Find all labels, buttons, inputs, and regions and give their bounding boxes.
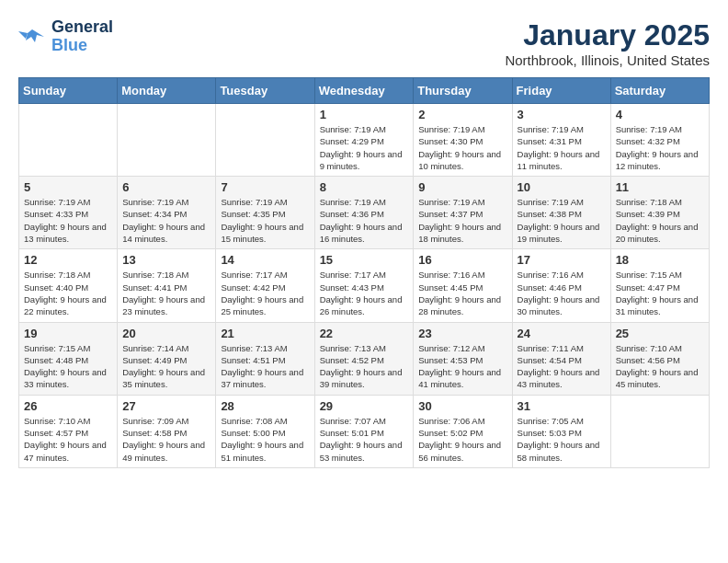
day-number: 27 xyxy=(122,399,210,413)
cell-info: Sunrise: 7:07 AM Sunset: 5:01 PM Dayligh… xyxy=(320,415,409,464)
calendar-cell: 17Sunrise: 7:16 AM Sunset: 4:46 PM Dayli… xyxy=(512,249,610,322)
cell-info: Sunrise: 7:11 AM Sunset: 4:54 PM Dayligh… xyxy=(518,342,606,391)
calendar-week-3: 12Sunrise: 7:18 AM Sunset: 4:40 PM Dayli… xyxy=(19,249,710,322)
cell-info: Sunrise: 7:13 AM Sunset: 4:52 PM Dayligh… xyxy=(320,342,409,391)
day-header-thursday: Thursday xyxy=(414,78,512,104)
day-number: 29 xyxy=(320,399,409,413)
day-number: 19 xyxy=(24,327,112,340)
day-header-saturday: Saturday xyxy=(610,78,709,104)
cell-info: Sunrise: 7:19 AM Sunset: 4:37 PM Dayligh… xyxy=(418,196,506,245)
page-header: GeneralBlue January 2025 Northbrook, Ill… xyxy=(18,18,710,68)
day-number: 13 xyxy=(122,253,210,267)
calendar-cell: 23Sunrise: 7:12 AM Sunset: 4:53 PM Dayli… xyxy=(414,322,512,395)
day-number: 5 xyxy=(24,180,112,194)
day-number: 30 xyxy=(418,399,506,413)
day-header-sunday: Sunday xyxy=(19,78,118,104)
logo-text: GeneralBlue xyxy=(51,18,113,55)
calendar-cell: 3Sunrise: 7:19 AM Sunset: 4:31 PM Daylig… xyxy=(512,104,610,177)
cell-info: Sunrise: 7:15 AM Sunset: 4:47 PM Dayligh… xyxy=(616,269,704,317)
month-title: January 2025 xyxy=(505,18,710,52)
day-number: 8 xyxy=(320,180,409,194)
calendar-week-4: 19Sunrise: 7:15 AM Sunset: 4:48 PM Dayli… xyxy=(19,322,710,395)
day-number: 3 xyxy=(518,108,606,121)
calendar-cell: 11Sunrise: 7:18 AM Sunset: 4:39 PM Dayli… xyxy=(610,177,709,249)
calendar-cell: 4Sunrise: 7:19 AM Sunset: 4:32 PM Daylig… xyxy=(610,104,709,177)
calendar-cell: 6Sunrise: 7:19 AM Sunset: 4:34 PM Daylig… xyxy=(118,177,216,249)
cell-info: Sunrise: 7:19 AM Sunset: 4:30 PM Dayligh… xyxy=(418,123,506,172)
cell-info: Sunrise: 7:18 AM Sunset: 4:39 PM Dayligh… xyxy=(616,196,704,245)
location-title: Northbrook, Illinois, United States xyxy=(505,52,710,68)
cell-info: Sunrise: 7:10 AM Sunset: 4:57 PM Dayligh… xyxy=(24,415,112,464)
calendar-cell: 2Sunrise: 7:19 AM Sunset: 4:30 PM Daylig… xyxy=(414,104,512,177)
cell-info: Sunrise: 7:16 AM Sunset: 4:46 PM Dayligh… xyxy=(518,269,606,317)
day-number: 31 xyxy=(518,399,606,413)
day-number: 2 xyxy=(418,108,506,121)
cell-info: Sunrise: 7:10 AM Sunset: 4:56 PM Dayligh… xyxy=(616,342,704,391)
day-number: 28 xyxy=(221,399,309,413)
calendar-table: SundayMondayTuesdayWednesdayThursdayFrid… xyxy=(18,77,710,468)
calendar-cell: 10Sunrise: 7:19 AM Sunset: 4:38 PM Dayli… xyxy=(512,177,610,249)
cell-info: Sunrise: 7:19 AM Sunset: 4:29 PM Dayligh… xyxy=(320,123,409,172)
svg-marker-1 xyxy=(18,31,28,39)
cell-info: Sunrise: 7:19 AM Sunset: 4:38 PM Dayligh… xyxy=(518,196,606,245)
day-header-tuesday: Tuesday xyxy=(216,78,314,104)
day-number: 4 xyxy=(616,108,704,121)
day-number: 25 xyxy=(616,327,704,340)
day-number: 23 xyxy=(418,327,506,340)
cell-info: Sunrise: 7:19 AM Sunset: 4:31 PM Dayligh… xyxy=(518,123,606,172)
cell-info: Sunrise: 7:13 AM Sunset: 4:51 PM Dayligh… xyxy=(221,342,309,391)
calendar-cell: 1Sunrise: 7:19 AM Sunset: 4:29 PM Daylig… xyxy=(314,104,414,177)
calendar-cell: 21Sunrise: 7:13 AM Sunset: 4:51 PM Dayli… xyxy=(216,322,314,395)
calendar-header-row: SundayMondayTuesdayWednesdayThursdayFrid… xyxy=(19,78,710,104)
cell-info: Sunrise: 7:19 AM Sunset: 4:36 PM Dayligh… xyxy=(320,196,409,245)
cell-info: Sunrise: 7:09 AM Sunset: 4:58 PM Dayligh… xyxy=(122,415,210,464)
calendar-cell: 9Sunrise: 7:19 AM Sunset: 4:37 PM Daylig… xyxy=(414,177,512,249)
day-number: 18 xyxy=(616,253,704,267)
cell-info: Sunrise: 7:14 AM Sunset: 4:49 PM Dayligh… xyxy=(122,342,210,391)
day-number: 11 xyxy=(616,180,704,194)
day-header-wednesday: Wednesday xyxy=(314,78,414,104)
calendar-week-1: 1Sunrise: 7:19 AM Sunset: 4:29 PM Daylig… xyxy=(19,104,710,177)
calendar-cell: 8Sunrise: 7:19 AM Sunset: 4:36 PM Daylig… xyxy=(314,177,414,249)
day-number: 22 xyxy=(320,327,409,340)
day-number: 1 xyxy=(320,108,409,121)
cell-info: Sunrise: 7:19 AM Sunset: 4:33 PM Dayligh… xyxy=(24,196,112,245)
cell-info: Sunrise: 7:17 AM Sunset: 4:42 PM Dayligh… xyxy=(221,269,309,317)
logo: GeneralBlue xyxy=(18,18,113,55)
cell-info: Sunrise: 7:12 AM Sunset: 4:53 PM Dayligh… xyxy=(418,342,506,391)
cell-info: Sunrise: 7:16 AM Sunset: 4:45 PM Dayligh… xyxy=(418,269,506,317)
cell-info: Sunrise: 7:17 AM Sunset: 4:43 PM Dayligh… xyxy=(320,269,409,317)
day-number: 21 xyxy=(221,327,309,340)
calendar-cell: 30Sunrise: 7:06 AM Sunset: 5:02 PM Dayli… xyxy=(414,395,512,467)
title-block: January 2025 Northbrook, Illinois, Unite… xyxy=(505,18,710,68)
day-number: 15 xyxy=(320,253,409,267)
cell-info: Sunrise: 7:18 AM Sunset: 4:40 PM Dayligh… xyxy=(24,269,112,317)
day-header-friday: Friday xyxy=(512,78,610,104)
day-number: 9 xyxy=(418,180,506,194)
calendar-cell: 16Sunrise: 7:16 AM Sunset: 4:45 PM Dayli… xyxy=(414,249,512,322)
calendar-cell: 15Sunrise: 7:17 AM Sunset: 4:43 PM Dayli… xyxy=(314,249,414,322)
logo-bird-icon xyxy=(18,26,46,48)
day-header-monday: Monday xyxy=(118,78,216,104)
cell-info: Sunrise: 7:15 AM Sunset: 4:48 PM Dayligh… xyxy=(24,342,112,391)
calendar-week-5: 26Sunrise: 7:10 AM Sunset: 4:57 PM Dayli… xyxy=(19,395,710,467)
calendar-cell: 29Sunrise: 7:07 AM Sunset: 5:01 PM Dayli… xyxy=(314,395,414,467)
cell-info: Sunrise: 7:06 AM Sunset: 5:02 PM Dayligh… xyxy=(418,415,506,464)
calendar-cell: 13Sunrise: 7:18 AM Sunset: 4:41 PM Dayli… xyxy=(118,249,216,322)
cell-info: Sunrise: 7:05 AM Sunset: 5:03 PM Dayligh… xyxy=(518,415,606,464)
cell-info: Sunrise: 7:18 AM Sunset: 4:41 PM Dayligh… xyxy=(122,269,210,317)
calendar-cell: 25Sunrise: 7:10 AM Sunset: 4:56 PM Dayli… xyxy=(610,322,709,395)
day-number: 10 xyxy=(518,180,606,194)
day-number: 12 xyxy=(24,253,112,267)
calendar-cell: 26Sunrise: 7:10 AM Sunset: 4:57 PM Dayli… xyxy=(19,395,118,467)
calendar-cell: 27Sunrise: 7:09 AM Sunset: 4:58 PM Dayli… xyxy=(118,395,216,467)
calendar-cell: 5Sunrise: 7:19 AM Sunset: 4:33 PM Daylig… xyxy=(19,177,118,249)
day-number: 14 xyxy=(221,253,309,267)
calendar-cell: 31Sunrise: 7:05 AM Sunset: 5:03 PM Dayli… xyxy=(512,395,610,467)
calendar-cell xyxy=(216,104,314,177)
calendar-cell: 12Sunrise: 7:18 AM Sunset: 4:40 PM Dayli… xyxy=(19,249,118,322)
cell-info: Sunrise: 7:19 AM Sunset: 4:35 PM Dayligh… xyxy=(221,196,309,245)
calendar-cell: 24Sunrise: 7:11 AM Sunset: 4:54 PM Dayli… xyxy=(512,322,610,395)
day-number: 17 xyxy=(518,253,606,267)
day-number: 20 xyxy=(122,327,210,340)
